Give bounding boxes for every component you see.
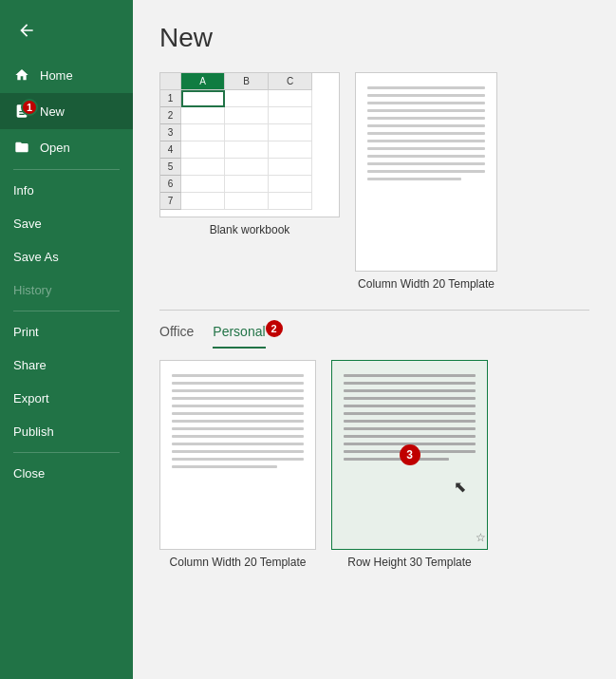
template-row-height-personal[interactable]: 3 ⬉ Row Height 30 Template ☆ (331, 360, 488, 569)
doc-line (344, 420, 476, 423)
doc-line (344, 458, 449, 461)
tabs-row: Office Personal 2 (159, 318, 589, 349)
doc-line (172, 465, 277, 468)
doc-line (367, 140, 485, 142)
ss-cell-b1 (225, 90, 269, 107)
sidebar-item-print[interactable]: Print (0, 315, 133, 349)
doc-line (344, 412, 476, 415)
folder-icon (13, 139, 30, 156)
ss-cell-a7 (181, 193, 225, 210)
tab-personal[interactable]: Personal 2 (213, 318, 265, 349)
page-title: New (159, 23, 589, 53)
divider-3 (13, 452, 120, 453)
ss-col-b: B (225, 73, 269, 90)
ss-row-7: 7 (160, 193, 181, 210)
doc-line (344, 435, 476, 438)
tab-office[interactable]: Office (159, 318, 194, 349)
tab-personal-label: Personal (213, 324, 265, 339)
divider-2 (13, 311, 120, 311)
doc-line (367, 132, 485, 135)
sidebar-item-save-as[interactable]: Save As (0, 240, 133, 273)
doc-line (344, 389, 476, 392)
tabs-divider (159, 310, 589, 311)
blank-workbook-label: Blank workbook (210, 223, 290, 236)
sidebar-close-label: Close (13, 466, 45, 481)
ss-cell-b7 (225, 193, 269, 210)
doc-line (344, 427, 476, 430)
row-height-personal-label: Row Height 30 Template (347, 556, 472, 569)
ss-cell-b4 (225, 141, 269, 159)
personal-templates-grid: Column Width 20 Template 3 ⬉ Ro (159, 360, 589, 569)
divider-1 (13, 169, 120, 170)
ss-cell-a6 (181, 176, 225, 193)
new-badge: 1 (21, 99, 38, 116)
ss-cell-a4 (181, 141, 225, 159)
ss-row-4: 4 (160, 141, 181, 159)
template-blank-workbook[interactable]: A B C 1 2 3 (159, 72, 340, 291)
ss-cell-c2 (269, 107, 312, 124)
ss-row-5: 5 (160, 159, 181, 176)
ss-cell-c6 (269, 176, 312, 193)
template-col-width-personal[interactable]: Column Width 20 Template (159, 360, 316, 569)
doc-line (367, 86, 485, 89)
personal-tab-badge: 2 (266, 320, 283, 337)
doc-line (172, 443, 304, 445)
home-icon (13, 66, 30, 84)
doc-line (172, 374, 304, 377)
sidebar: Home New 1 Open Info Save Save As Histor… (0, 0, 133, 679)
doc-line (172, 405, 304, 407)
star-icon[interactable]: ☆ (476, 531, 486, 544)
sidebar-new-label: New (40, 104, 65, 119)
sidebar-item-close[interactable]: Close (0, 457, 133, 490)
sidebar-item-history: History (0, 273, 133, 307)
sidebar-item-export[interactable]: Export (0, 382, 133, 415)
sidebar-history-label: History (13, 283, 51, 297)
ss-cell-c3 (269, 124, 312, 141)
sidebar-info-label: Info (13, 183, 34, 198)
cursor-indicator: ⬉ (454, 478, 466, 496)
sidebar-item-save[interactable]: Save (0, 207, 133, 240)
col-width-personal-preview (159, 360, 316, 550)
doc-line (172, 450, 304, 453)
col-width-featured-preview (355, 72, 497, 272)
sidebar-item-new[interactable]: New 1 (0, 93, 133, 129)
doc-line (367, 117, 485, 120)
doc-line (172, 435, 304, 438)
ss-cell-a2 (181, 107, 225, 124)
col-width-personal-label: Column Width 20 Template (170, 556, 307, 569)
ss-col-a: A (181, 73, 225, 90)
sidebar-item-publish[interactable]: Publish (0, 415, 133, 448)
doc-line (344, 382, 476, 385)
doc-line (367, 94, 485, 97)
sidebar-open-label: Open (40, 141, 70, 155)
doc-line (172, 420, 304, 423)
ss-cell-c7 (269, 193, 312, 210)
ss-cell-c4 (269, 141, 312, 159)
ss-row-3: 3 (160, 124, 181, 141)
sidebar-home-label: Home (40, 68, 73, 83)
doc-line (172, 397, 304, 400)
sidebar-item-open[interactable]: Open (0, 129, 133, 165)
ss-corner (160, 73, 181, 90)
back-button[interactable] (8, 11, 46, 49)
doc-line (172, 412, 304, 415)
sidebar-print-label: Print (13, 325, 39, 339)
doc-line (367, 124, 485, 127)
ss-cell-b6 (225, 176, 269, 193)
ss-cell-a5 (181, 159, 225, 176)
sidebar-item-info[interactable]: Info (0, 174, 133, 207)
row-height-badge: 3 (400, 444, 420, 465)
doc-line (344, 405, 476, 407)
ss-cell-c5 (269, 159, 312, 176)
ss-cell-a3 (181, 124, 225, 141)
sidebar-item-share[interactable]: Share (0, 349, 133, 382)
doc-line (172, 382, 304, 385)
ss-cell-b5 (225, 159, 269, 176)
sidebar-item-home[interactable]: Home (0, 57, 133, 93)
sidebar-publish-label: Publish (13, 424, 54, 439)
ss-row-6: 6 (160, 176, 181, 193)
ss-row-2: 2 (160, 107, 181, 124)
ss-col-c: C (269, 73, 312, 90)
sidebar-save-as-label: Save As (13, 250, 59, 264)
template-col-width-featured[interactable]: Column Width 20 Template (355, 72, 497, 291)
